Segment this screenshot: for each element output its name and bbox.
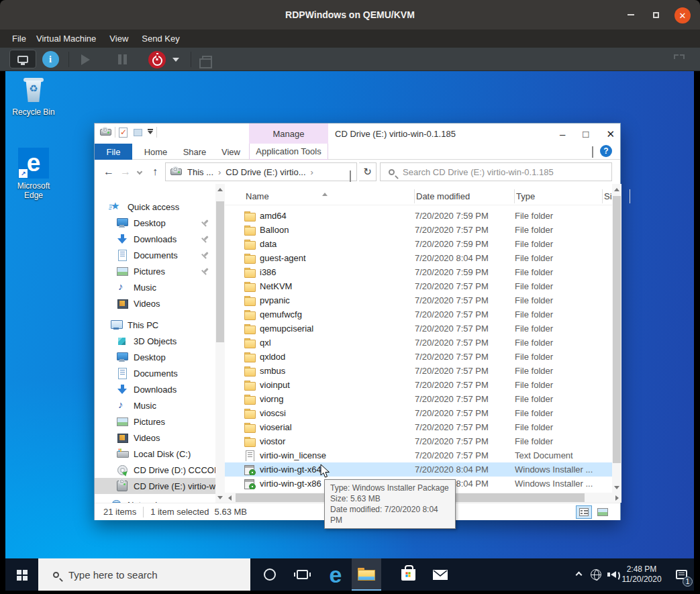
file-row-i386[interactable]: i386 7/20/2020 7:59 PM File folder [225, 265, 612, 279]
breadcrumb-segment[interactable]: CD Drive (E:) virtio... [226, 167, 305, 177]
scroll-up-icon[interactable] [215, 184, 225, 195]
sidebar-item-downloads[interactable]: Downloads [95, 231, 215, 247]
info-button[interactable]: i [41, 48, 60, 71]
file-row-pvpanic[interactable]: pvpanic 7/20/2020 7:57 PM File folder [225, 293, 612, 307]
shutdown-button[interactable] [147, 48, 167, 71]
ribbon-tab-view[interactable]: View [214, 144, 248, 160]
file-row-vioinput[interactable]: vioinput 7/20/2020 7:57 PM File folder [225, 378, 612, 392]
scroll-up-icon[interactable] [612, 184, 621, 195]
file-row-netkvm[interactable]: NetKVM 7/20/2020 7:57 PM File folder [225, 279, 612, 293]
sidebar-item-music[interactable]: Music [95, 397, 215, 413]
breadcrumb-chevron-icon[interactable]: › [311, 167, 313, 177]
file-row-vioserial[interactable]: vioserial 7/20/2020 7:57 PM File folder [225, 420, 612, 434]
viewer-maximize-button[interactable] [648, 7, 663, 22]
file-row-amd64[interactable]: amd64 7/20/2020 7:59 PM File folder [225, 209, 612, 223]
menu-view[interactable]: View [109, 31, 128, 46]
file-row-qemupciserial[interactable]: qemupciserial 7/20/2020 7:57 PM File fol… [225, 321, 612, 336]
new-folder-icon[interactable] [134, 129, 142, 136]
sidebar-item-desktop[interactable]: Desktop [95, 349, 215, 365]
file-row-vioscsi[interactable]: vioscsi 7/20/2020 7:57 PM File folder [225, 406, 612, 420]
scroll-down-icon[interactable] [215, 492, 225, 503]
breadcrumb-segment[interactable]: This ... [187, 167, 213, 177]
scroll-down-icon[interactable] [612, 482, 621, 493]
address-dropdown-caret-icon[interactable] [350, 170, 351, 181]
file-row-guest-agent[interactable]: guest-agent 7/20/2020 8:04 PM File folde… [225, 251, 612, 265]
edge-taskbar-button[interactable]: e [321, 558, 350, 591]
action-center-button[interactable]: 1 [668, 558, 694, 591]
details-view-button[interactable] [576, 505, 592, 519]
refresh-button[interactable]: ↻ [359, 162, 377, 181]
sidebar-item-videos[interactable]: Videos [95, 430, 215, 446]
sidebar-item-pictures[interactable]: Pictures [95, 413, 215, 430]
explorer-titlebar[interactable]: Manage CD Drive (E:) virtio-win-0.1.185 … [95, 123, 620, 144]
sidebar-item-local-disk-c[interactable]: Local Disk (C:) [95, 446, 215, 462]
sidebar-item-cd-drive-e-virtio-win-0[interactable]: CD Drive (E:) virtio-win-0 [95, 478, 215, 494]
explorer-close-button[interactable]: ✕ [606, 129, 615, 139]
mail-taskbar-button[interactable] [426, 558, 455, 591]
sidebar-item-documents[interactable]: Documents [95, 247, 215, 263]
file-row-qxldod[interactable]: qxldod 7/20/2020 7:57 PM File folder [225, 350, 612, 364]
sidebar-scrollbar[interactable] [215, 184, 225, 503]
sidebar-section-this-pc[interactable]: This PC [95, 317, 215, 333]
column-header-date-modified[interactable]: Date modified [415, 187, 515, 205]
menu-file[interactable]: File [12, 31, 26, 46]
viewer-close-button[interactable]: ✕ [674, 7, 691, 23]
ribbon-tab-manage[interactable]: Manage [249, 123, 328, 144]
tray-expand-button[interactable] [569, 558, 588, 591]
file-row-data[interactable]: data 7/20/2020 7:59 PM File folder [225, 237, 612, 251]
start-button[interactable] [5, 558, 38, 591]
scroll-right-icon[interactable] [612, 493, 621, 503]
recent-locations-caret-icon[interactable] [134, 160, 146, 184]
shutdown-menu-button[interactable] [169, 48, 183, 71]
file-list-vertical-scrollbar[interactable] [612, 184, 621, 493]
ribbon-tab-file[interactable]: File [95, 144, 132, 160]
scroll-left-icon[interactable] [225, 493, 234, 503]
sidebar-item-desktop[interactable]: Desktop [95, 215, 215, 231]
breadcrumb-chevron-icon[interactable]: › [218, 167, 221, 177]
up-button[interactable]: ↑ [147, 160, 163, 184]
menu-virtual-machine[interactable]: Virtual Machine [36, 31, 96, 46]
file-row-viostor[interactable]: viostor 7/20/2020 7:57 PM File folder [225, 434, 612, 448]
taskbar-search-input[interactable] [67, 568, 250, 581]
back-button[interactable]: ← [100, 160, 117, 184]
sidebar-item-3d-objects[interactable]: 3D Objects [95, 333, 215, 349]
fullscreen-button[interactable] [670, 48, 689, 71]
store-taskbar-button[interactable] [393, 558, 423, 591]
scrollbar-thumb[interactable] [613, 196, 621, 463]
file-row-smbus[interactable]: smbus 7/20/2020 7:57 PM File folder [225, 364, 612, 378]
network-tray-button[interactable] [587, 558, 605, 591]
search-box[interactable] [380, 162, 612, 181]
desktop-icon-microsoft-edge[interactable]: e Microsoft Edge [8, 148, 59, 200]
ribbon-tab-share[interactable]: Share [175, 144, 214, 160]
taskbar-search[interactable] [38, 558, 250, 591]
properties-icon[interactable] [119, 128, 128, 138]
collapse-ribbon-chevron-icon[interactable] [592, 146, 593, 156]
address-bar[interactable]: This ...›CD Drive (E:) virtio...› [165, 162, 357, 181]
ribbon-tab-application-tools[interactable]: Application Tools [249, 144, 328, 160]
viewer-minimize-button[interactable] [623, 7, 638, 22]
search-input[interactable] [401, 166, 611, 178]
task-view-button[interactable] [287, 558, 317, 591]
taskbar-clock[interactable]: 2:48 PM 11/20/2020 [617, 558, 666, 591]
sidebar-item-music[interactable]: Music [95, 279, 215, 295]
file-row-virtio-win-license[interactable]: virtio-win_license 7/20/2020 7:57 PM Tex… [225, 448, 612, 462]
display-button[interactable] [9, 50, 36, 68]
thumbnails-view-button[interactable] [595, 505, 611, 519]
cortana-button[interactable] [255, 558, 285, 591]
desktop-icon-recycle-bin[interactable]: ♻ Recycle Bin [8, 78, 59, 117]
sidebar-section-network[interactable]: Network [95, 497, 215, 503]
sidebar-item-cd-drive-d-cccoma[interactable]: CD Drive (D:) CCCOMA_ [95, 462, 215, 478]
file-row-virtio-win-gt-x64[interactable]: virtio-win-gt-x64 7/20/2020 8:04 PM Wind… [225, 462, 612, 477]
explorer-maximize-button[interactable]: □ [583, 129, 589, 139]
help-icon[interactable]: ? [600, 145, 612, 157]
sidebar-section-quick-access[interactable]: Quick access [95, 199, 215, 215]
customize-qat-caret-icon[interactable] [148, 131, 153, 134]
sidebar-item-videos[interactable]: Videos [95, 295, 215, 311]
menu-send-key[interactable]: Send Key [142, 31, 179, 46]
explorer-minimize-button[interactable]: – [560, 129, 565, 139]
sidebar-item-downloads[interactable]: Downloads [95, 381, 215, 397]
sidebar-item-pictures[interactable]: Pictures [95, 263, 215, 279]
ribbon-tab-home[interactable]: Home [136, 144, 175, 160]
sidebar-item-documents[interactable]: Documents [95, 365, 215, 381]
column-header-name[interactable]: Name [225, 187, 415, 205]
